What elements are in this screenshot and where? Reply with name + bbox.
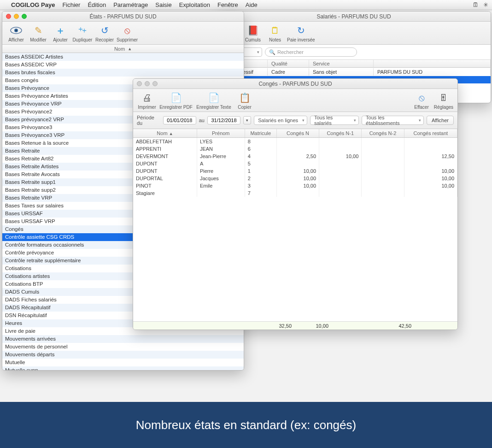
conges-col[interactable]: Prénom	[197, 129, 245, 138]
salaries-tool-cumuls[interactable]: 📕Cumuls	[243, 24, 263, 42]
close-icon[interactable]	[6, 14, 11, 19]
conges-row[interactable]: ABDELFETTAHLYES8	[133, 138, 457, 146]
forbidden-icon: ⦸	[415, 92, 428, 104]
etats-titlebar[interactable]: États - PARFUMS DU SUD	[2, 12, 244, 22]
etats-item[interactable]: Bases brutes fiscales	[2, 69, 244, 77]
supprimer-button[interactable]: ⦸ Supprimer	[117, 24, 138, 42]
minimize-icon[interactable]	[14, 14, 19, 19]
clipboard-icon: 📋	[238, 92, 251, 104]
menu-exploitation[interactable]: Exploitation	[179, 1, 210, 8]
conges-window: Congés - PARFUMS DU SUD 🖨Imprimer 📄Enreg…	[133, 78, 458, 330]
salaries-title: Salariés - PARFUMS DU SUD	[316, 13, 391, 20]
salaries-columns: Profil Qualité Service	[217, 60, 491, 68]
conges-col[interactable]: Matricule	[245, 129, 276, 138]
printer-icon: 🖨	[141, 92, 153, 104]
salaries-tool-notes[interactable]: 🗒Notes	[265, 24, 285, 42]
conges-col[interactable]: Nom ▲	[133, 129, 197, 138]
periode-label: Période du	[137, 115, 160, 126]
pdf-icon: 📄	[170, 92, 182, 104]
etats-toolbar: Afficher ✎ Modifier ＋ Ajouter ＋＋ Dupliqu…	[2, 22, 244, 45]
etab-select[interactable]: Tous les établissements	[362, 116, 424, 125]
conges-col[interactable]: Congés N	[276, 129, 319, 138]
conges-row[interactable]: DEVERMONTJean-Pierre42,5010,0012,50	[133, 153, 457, 160]
afficher-button[interactable]: Afficher	[427, 116, 454, 125]
ajouter-button[interactable]: ＋ Ajouter	[50, 24, 70, 42]
reglages-button[interactable]: 🎚Réglages	[433, 92, 454, 110]
etats-item[interactable]: Mutuelle supp	[2, 366, 244, 371]
dupliquer-button[interactable]: ＋＋ Dupliquer	[72, 24, 93, 42]
svg-point-2	[15, 29, 17, 31]
conges-totals: 32,50 10,00 42,50	[133, 321, 457, 330]
recopier-button[interactable]: ↺ Recopier	[94, 24, 115, 42]
etats-item[interactable]: Mouvements départs	[2, 351, 244, 359]
conges-row[interactable]: Stagiare7	[133, 189, 457, 197]
salaries-search[interactable]: 🔍 Rechercher	[265, 47, 357, 57]
etats-item[interactable]: Mouvements de personnel	[2, 343, 244, 351]
search-icon: 🔍	[269, 49, 275, 55]
conges-table: Nom ▲PrénomMatriculeCongés NCongés N-1Co…	[133, 129, 457, 197]
etats-item[interactable]: Bases ASSEDIC VRP	[2, 61, 244, 69]
conges-col[interactable]: Congés restant	[404, 129, 457, 138]
settings-icon: 🎚	[437, 92, 450, 104]
mode-select[interactable]: Salariés en lignes	[254, 116, 307, 125]
salaries-row[interactable]: CRE dégressif Cadre Sans objet PARFUMS D…	[217, 68, 491, 76]
menu-fichier[interactable]: Fichier	[62, 1, 80, 8]
total-n: 32,50	[258, 323, 294, 329]
etats-title: États - PARFUMS DU SUD	[89, 13, 156, 20]
etats-item[interactable]: Bases ASSEDIC Artistes	[2, 53, 244, 61]
calendar-icon[interactable]: 🗓	[473, 1, 479, 8]
effacer-button[interactable]: ⦸Effacer	[411, 92, 432, 110]
eye-icon	[10, 24, 23, 36]
enregistrer-texte-button[interactable]: 📄Enregistrer Texte	[195, 92, 233, 110]
conges-row[interactable]: DUPORTALJacques210,0010,00	[133, 175, 457, 182]
conges-row[interactable]: DUPONTPierre110,0010,00	[133, 167, 457, 175]
menu-parametrage[interactable]: Paramétrage	[113, 1, 148, 8]
conges-title: Congés - PARFUMS DU SUD	[258, 81, 332, 87]
salaries-titlebar[interactable]: Salariés - PARFUMS DU SUD	[217, 12, 491, 22]
conges-col[interactable]: Congés N-2	[362, 129, 404, 138]
forbidden-icon: ⦸	[121, 24, 134, 36]
text-file-icon: 📄	[207, 92, 220, 104]
salaries-tool-paie-inversee[interactable]: ↻Paie inversée	[287, 24, 315, 42]
etats-item[interactable]: Mutuelle	[2, 359, 244, 366]
imprimer-button[interactable]: 🖨Imprimer	[137, 92, 157, 110]
zoom-icon[interactable]	[22, 14, 27, 19]
enregistrer-pdf-button[interactable]: 📄Enregistrer PDF	[159, 92, 193, 110]
date-from-input[interactable]	[163, 116, 196, 124]
pencil-icon: ✎	[32, 24, 45, 36]
copier-button[interactable]: 📋Copier	[234, 92, 255, 110]
total-rest: 42,50	[368, 323, 414, 329]
sort-asc-icon: ▲	[128, 47, 132, 51]
conges-row[interactable]: PINOTEmile310,0010,00	[133, 182, 457, 189]
slide-caption: Nombreux états en standard (ex: congés)	[0, 402, 492, 448]
conges-row[interactable]: DUPONTA5	[133, 160, 457, 167]
etats-item[interactable]: Mouvements arrivées	[2, 335, 244, 343]
app-name[interactable]: COGILOG Paye	[11, 1, 55, 8]
close-icon[interactable]	[137, 81, 142, 86]
afficher-button[interactable]: Afficher	[6, 24, 26, 42]
etats-column-header[interactable]: Nom ▲	[2, 45, 244, 53]
conges-titlebar[interactable]: Congés - PARFUMS DU SUD	[133, 79, 457, 89]
col-service[interactable]: Service	[309, 60, 374, 67]
minimize-icon[interactable]	[145, 81, 150, 86]
conges-toolbar: 🖨Imprimer 📄Enregistrer PDF 📄Enregistrer …	[133, 89, 457, 112]
scope-select[interactable]: Tous les salariés	[310, 116, 359, 125]
menu-saisie[interactable]: Saisie	[155, 1, 171, 8]
au-label: au	[199, 118, 205, 123]
duplicate-icon: ＋＋	[76, 24, 89, 36]
menu-fenetre[interactable]: Fenêtre	[217, 1, 238, 8]
modifier-button[interactable]: ✎ Modifier	[28, 24, 48, 42]
plus-icon: ＋	[54, 24, 67, 36]
col-qualite[interactable]: Qualité	[268, 60, 309, 67]
salaries-filters: arié 🔍 Rechercher	[217, 45, 491, 60]
recopy-icon: ↺	[98, 24, 111, 36]
date-dropdown[interactable]: ▾	[243, 116, 251, 124]
date-to-input[interactable]	[207, 116, 240, 124]
zoom-icon[interactable]	[152, 81, 158, 86]
gear-icon[interactable]: ✳︎	[483, 1, 488, 8]
mac-menubar: COGILOG Paye Fichier Édition Paramétrage…	[0, 0, 492, 10]
menu-aide[interactable]: Aide	[246, 1, 258, 8]
menu-edition[interactable]: Édition	[88, 1, 106, 8]
conges-col[interactable]: Congés N-1	[319, 129, 362, 138]
conges-row[interactable]: APPRENTIJEAN6	[133, 145, 457, 153]
